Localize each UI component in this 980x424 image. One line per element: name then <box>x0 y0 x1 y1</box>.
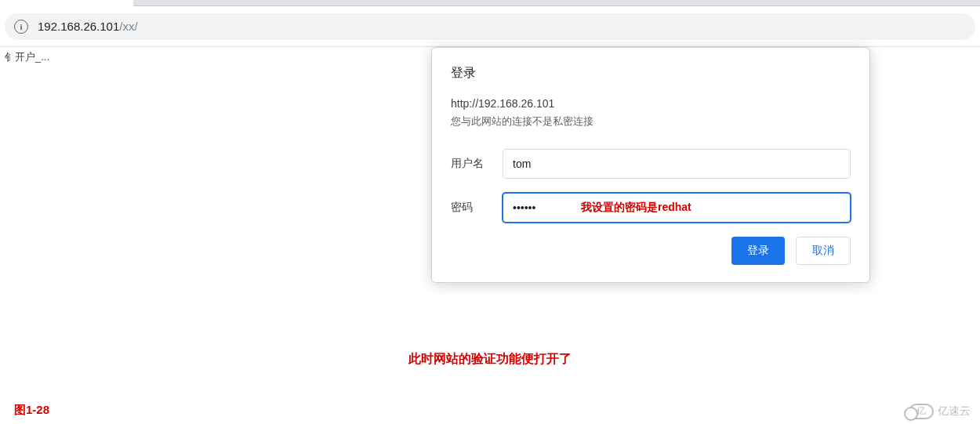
site-info-icon[interactable]: i <box>14 20 28 34</box>
address-bar-row: i 192.168.26.101/xx/ <box>0 6 980 47</box>
password-label: 密码 <box>451 201 503 215</box>
browser-tab[interactable]: /xx/ × <box>0 0 133 6</box>
bookmark-item[interactable]: 钅开户_... <box>5 51 49 63</box>
password-input[interactable] <box>503 193 851 223</box>
caption-text: 此时网站的验证功能便打开了 <box>0 351 980 368</box>
dialog-title: 登录 <box>451 65 851 82</box>
watermark-logo: 亿速云 <box>909 404 971 419</box>
dialog-actions: 登录 取消 <box>451 237 851 265</box>
username-input[interactable] <box>503 149 851 179</box>
address-bar[interactable]: i 192.168.26.101/xx/ <box>5 13 975 40</box>
cancel-button[interactable]: 取消 <box>796 237 851 265</box>
tab-strip: /xx/ × + <box>0 0 980 6</box>
http-auth-dialog: 登录 http://192.168.26.101 您与此网站的连接不是私密连接 … <box>431 47 870 283</box>
dialog-insecure-note: 您与此网站的连接不是私密连接 <box>451 114 851 129</box>
url-host: 192.168.26.101 <box>38 20 119 33</box>
figure-label: 图1-28 <box>14 403 49 418</box>
watermark-text: 亿速云 <box>938 404 971 419</box>
dialog-origin: http://192.168.26.101 <box>451 97 851 110</box>
login-button[interactable]: 登录 <box>731 237 785 265</box>
new-tab-icon[interactable]: + <box>143 0 152 4</box>
cloud-icon <box>909 404 934 419</box>
username-label: 用户名 <box>451 157 503 171</box>
url-path: /xx/ <box>119 20 137 33</box>
